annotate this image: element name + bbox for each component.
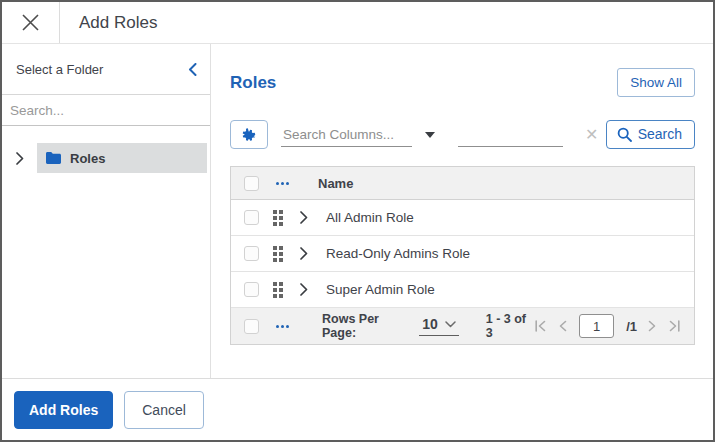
last-page-icon[interactable]: [668, 320, 681, 332]
chevron-right-icon[interactable]: [300, 211, 308, 224]
chevron-down-icon: [445, 321, 456, 328]
column-header-name: Name: [318, 176, 353, 191]
role-name: Read-Only Admins Role: [326, 246, 470, 261]
folder-icon: [45, 151, 62, 165]
titlebar: Add Roles: [2, 2, 713, 44]
cancel-button[interactable]: Cancel: [124, 391, 204, 429]
add-roles-button[interactable]: Add Roles: [14, 391, 113, 429]
chevron-right-icon[interactable]: [300, 247, 308, 260]
chevron-right-icon[interactable]: [2, 143, 37, 173]
show-all-button[interactable]: Show All: [617, 68, 695, 97]
page-total-text: /1: [626, 319, 637, 334]
add-roles-dialog: Add Roles Select a Folder: [0, 0, 715, 442]
folder-tree: Roles: [2, 126, 210, 173]
table-row[interactable]: All Admin Role: [231, 200, 694, 236]
rows-per-page-label: Rows Per Page:: [322, 312, 412, 340]
dialog-footer: Add Roles Cancel: [2, 378, 713, 440]
search-button-label: Search: [638, 126, 682, 142]
dialog-body: Select a Folder: [2, 44, 713, 378]
sidebar-header: Select a Folder: [2, 44, 210, 94]
table-row[interactable]: Super Admin Role: [231, 272, 694, 308]
chevron-left-icon: [188, 63, 197, 76]
clear-search-icon[interactable]: ✕: [585, 127, 598, 143]
folder-sidebar: Select a Folder: [2, 44, 211, 378]
titlebar-divider: [59, 2, 60, 43]
sidebar-title: Select a Folder: [16, 62, 103, 77]
search-columns-input[interactable]: [281, 122, 412, 147]
table-row[interactable]: Read-Only Admins Role: [231, 236, 694, 272]
rows-per-page-select[interactable]: 10: [419, 316, 459, 336]
drag-handle-icon[interactable]: [273, 210, 283, 226]
x-icon: [21, 13, 40, 32]
role-name: All Admin Role: [326, 210, 414, 225]
row-checkbox[interactable]: [244, 246, 259, 261]
first-page-icon[interactable]: [534, 320, 547, 332]
folder-search-field: [2, 94, 210, 126]
panel-heading: Roles: [230, 73, 276, 93]
chevron-right-icon[interactable]: [300, 283, 308, 296]
footer-checkbox[interactable]: [244, 319, 259, 334]
role-name: Super Admin Role: [326, 282, 435, 297]
row-checkbox[interactable]: [244, 210, 259, 225]
current-page-input[interactable]: 1: [579, 314, 614, 338]
table-toolbar: ✕ Search: [230, 120, 695, 149]
search-value-input[interactable]: [458, 122, 563, 147]
pagination: 1 /1: [534, 314, 681, 338]
gear-icon: [241, 127, 257, 143]
tree-item-roles[interactable]: Roles: [2, 143, 210, 173]
tree-node-selected[interactable]: Roles: [37, 143, 207, 173]
roles-table: Name All Admin Role Read-Onl: [230, 166, 695, 345]
rows-per-page-value: 10: [422, 316, 438, 332]
sidebar-collapse-button[interactable]: [188, 63, 197, 76]
next-page-icon[interactable]: [648, 320, 657, 332]
select-all-checkbox[interactable]: [244, 176, 259, 191]
close-button[interactable]: [2, 2, 59, 43]
ellipsis-icon[interactable]: [274, 180, 291, 187]
settings-button[interactable]: [230, 120, 268, 149]
folder-search-input[interactable]: [2, 95, 210, 125]
panel-header: Roles Show All: [230, 68, 695, 97]
row-checkbox[interactable]: [244, 282, 259, 297]
magnifier-icon: [617, 127, 632, 142]
tree-node-label: Roles: [70, 151, 105, 166]
row-range-text: 1 - 3 of 3: [486, 312, 534, 340]
search-button[interactable]: Search: [606, 120, 695, 149]
previous-page-icon[interactable]: [558, 320, 567, 332]
table-header-row: Name: [231, 167, 694, 200]
roles-panel: Roles Show All ✕ Search: [211, 44, 713, 378]
chevron-down-icon[interactable]: [425, 132, 435, 138]
ellipsis-icon[interactable]: [274, 323, 291, 330]
drag-handle-icon[interactable]: [273, 282, 283, 298]
table-footer-row: Rows Per Page: 10 1 - 3 of 3: [231, 308, 694, 344]
drag-handle-icon[interactable]: [273, 246, 283, 262]
dialog-title: Add Roles: [79, 2, 157, 43]
